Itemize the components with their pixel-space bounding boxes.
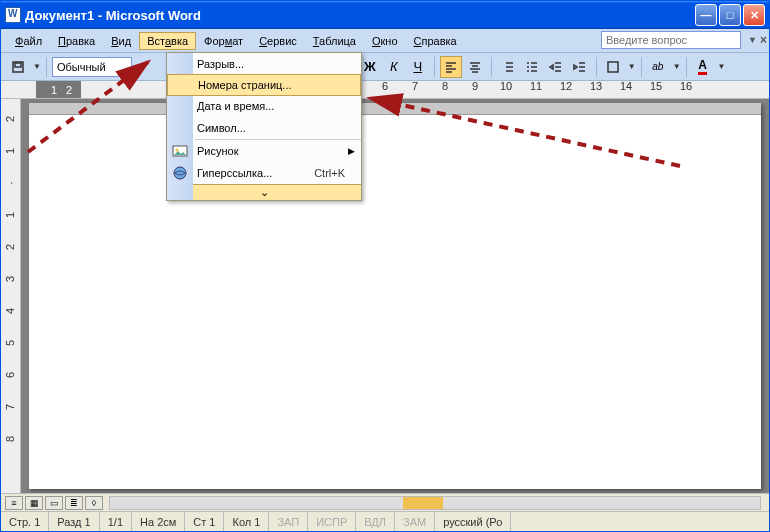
separator [46,57,47,77]
save-button[interactable] [7,56,29,78]
separator [434,57,435,77]
document-page[interactable] [29,103,761,489]
separator [641,57,642,77]
menu-expand-button[interactable]: ⌄ [167,184,361,200]
reading-view-button[interactable]: ◊ [85,496,103,510]
underline-button[interactable]: Ч [407,56,429,78]
increase-indent-button[interactable] [569,56,591,78]
menu-file[interactable]: Файл [7,32,50,50]
menu-item-symbol[interactable]: Символ... [167,117,361,139]
window-title: Документ1 - Microsoft Word [25,8,693,23]
style-dropdown-icon[interactable]: ▼ [136,62,144,71]
separator [596,57,597,77]
page-margin-top [29,103,761,115]
horizontal-ruler[interactable]: 1 2 [1,81,769,99]
menu-item-page-numbers[interactable]: Номера страниц... [167,74,361,96]
align-left-button[interactable] [440,56,462,78]
view-bar: ≡ ▦ ▭ ≣ ◊ [1,493,769,511]
style-select[interactable]: Обычный [52,57,132,77]
help-dropdown-icon[interactable]: ▼ [748,35,757,45]
decrease-indent-button[interactable] [545,56,567,78]
web-view-button[interactable]: ▦ [25,496,43,510]
ruler-tick: 1 [51,84,57,96]
italic-button[interactable]: К [383,56,405,78]
menu-item-break[interactable]: Разрыв... [167,53,361,75]
menu-insert[interactable]: Вставка [139,32,196,50]
insert-dropdown: Разрыв... Номера страниц... Дата и время… [166,52,362,201]
ruler-tick: 8 [5,436,17,442]
bullet-list-button[interactable] [521,56,543,78]
menu-window[interactable]: Окно [364,32,406,50]
menu-item-picture[interactable]: Рисунок▶ [167,140,361,162]
menu-help[interactable]: Справка [406,32,465,50]
ruler-tick: 1 [5,212,17,218]
ruler-tick: 1 [5,148,17,154]
menu-edit[interactable]: Правка [50,32,103,50]
status-rec[interactable]: ЗАП [269,512,308,531]
status-section[interactable]: Разд 1 [49,512,99,531]
close-doc-button[interactable]: × [760,33,767,47]
menu-item-date-time[interactable]: Дата и время... [167,95,361,117]
ruler-tick: 3 [5,276,17,282]
ruler-tick: 4 [5,308,17,314]
numbered-list-button[interactable] [497,56,519,78]
toolbar: ▼ Обычный ▼ ▼ Ж К Ч ▼ ab ▼ A ▼ [1,53,769,81]
menu-table[interactable]: Таблица [305,32,364,50]
status-line[interactable]: Ст 1 [185,512,224,531]
status-col[interactable]: Кол 1 [224,512,269,531]
status-at[interactable]: На 2см [132,512,185,531]
page-area [21,99,769,493]
app-window: Документ1 - Microsoft Word — □ ✕ Файл Пр… [0,0,770,532]
bold-button[interactable]: Ж [359,56,381,78]
border-button[interactable] [602,56,624,78]
ruler-tick: 6 [5,372,17,378]
svg-rect-1 [15,63,21,67]
status-pages[interactable]: 1/1 [100,512,132,531]
normal-view-button[interactable]: ≡ [5,496,23,510]
print-view-button[interactable]: ▭ [45,496,63,510]
menubar: Файл Правка Вид Вставка Формат Сервис Та… [1,29,769,53]
status-page[interactable]: Стр. 1 [1,512,49,531]
svg-point-15 [527,70,529,72]
status-trk[interactable]: ИСПР [308,512,356,531]
ruler-tick: 2 [5,116,17,122]
highlight-dropdown-icon[interactable]: ▼ [673,62,681,71]
svg-rect-25 [608,62,618,72]
help-search-input[interactable] [601,31,741,49]
highlight-button[interactable]: ab [647,56,669,78]
status-language[interactable]: русский (Ро [435,512,511,531]
ruler-tick: 2 [66,84,72,96]
main-area: 2 1 · 1 2 3 4 5 6 7 8 [1,99,769,493]
save-dropdown-icon[interactable]: ▼ [33,62,41,71]
status-ext[interactable]: ВДЛ [356,512,395,531]
border-dropdown-icon[interactable]: ▼ [628,62,636,71]
align-center-button[interactable] [464,56,486,78]
maximize-button[interactable]: □ [719,4,741,26]
menu-item-hyperlink[interactable]: Гиперссылка...Ctrl+K [167,162,361,184]
vertical-ruler[interactable]: 2 1 · 1 2 3 4 5 6 7 8 [1,99,21,493]
scrollbar-thumb[interactable] [403,497,443,509]
svg-point-14 [527,66,529,68]
fontcolor-dropdown-icon[interactable]: ▼ [718,62,726,71]
menu-view[interactable]: Вид [103,32,139,50]
outline-view-button[interactable]: ≣ [65,496,83,510]
menu-format[interactable]: Формат [196,32,251,50]
horizontal-scrollbar[interactable] [109,496,761,510]
separator [686,57,687,77]
statusbar: Стр. 1 Разд 1 1/1 На 2см Ст 1 Кол 1 ЗАП … [1,511,769,531]
status-ovr[interactable]: ЗАМ [395,512,435,531]
minimize-button[interactable]: — [695,4,717,26]
picture-icon [172,143,188,159]
ruler-tick: · [5,181,17,184]
ruler-tick: 5 [5,340,17,346]
menu-tools[interactable]: Сервис [251,32,305,50]
svg-point-13 [527,62,529,64]
ruler-tick: 2 [5,244,17,250]
separator [491,57,492,77]
close-button[interactable]: ✕ [743,4,765,26]
ruler-margin [36,81,81,99]
font-color-button[interactable]: A [692,56,714,78]
ruler-tick: 7 [5,404,17,410]
app-icon [5,7,21,23]
titlebar: Документ1 - Microsoft Word — □ ✕ [1,1,769,29]
